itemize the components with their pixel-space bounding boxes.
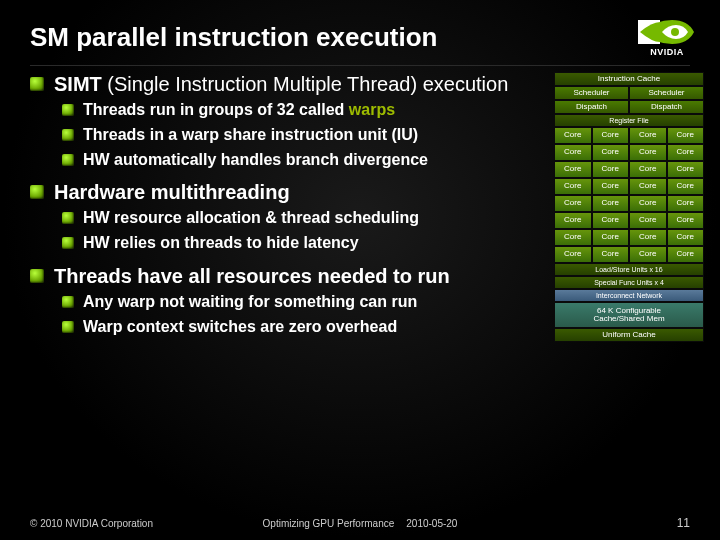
diagram-row: CoreCoreCoreCore (554, 229, 704, 246)
diagram-cell: Core (629, 127, 667, 144)
diagram-cell: Core (667, 195, 705, 212)
bullet-icon (62, 212, 74, 224)
diagram-row: Interconnect Network (554, 289, 704, 302)
diagram-cell: Core (592, 229, 630, 246)
diagram-cell: Core (592, 161, 630, 178)
bullet-text: HW resource allocation & thread scheduli… (83, 208, 419, 229)
diagram-cell: Core (629, 161, 667, 178)
diagram-cell: Scheduler (629, 86, 704, 100)
bullet-level-1: Threads have all resources needed to run (30, 264, 542, 288)
diagram-row: CoreCoreCoreCore (554, 178, 704, 195)
diagram-cell: Core (667, 178, 705, 195)
diagram-cell: Core (629, 178, 667, 195)
bullet-text: HW automatically handles branch divergen… (83, 150, 428, 171)
diagram-row: Instruction Cache (554, 72, 704, 86)
nvidia-eye-icon (638, 18, 696, 46)
bullet-icon (62, 296, 74, 308)
diagram-cell: Scheduler (554, 86, 629, 100)
diagram-row: Special Func Units x 4 (554, 276, 704, 289)
diagram-cell: Core (629, 195, 667, 212)
body: SIMT (Single Instruction Multiple Thread… (0, 72, 720, 348)
diagram-cell: Core (667, 127, 705, 144)
nvidia-logo: NVIDIA (638, 18, 696, 57)
diagram-cell: Core (554, 246, 592, 263)
diagram-row: CoreCoreCoreCore (554, 161, 704, 178)
bullet-text: HW relies on threads to hide latency (83, 233, 359, 254)
bullet-icon (62, 104, 74, 116)
diagram-cell: Interconnect Network (554, 289, 704, 302)
diagram-cell: Register File (554, 114, 704, 127)
diagram-cell: Uniform Cache (554, 328, 704, 342)
diagram-cell: Instruction Cache (554, 72, 704, 86)
svg-point-0 (671, 28, 679, 36)
diagram-row: CoreCoreCoreCore (554, 127, 704, 144)
slide-title: SM parallel instruction execution (30, 22, 437, 53)
bullet-level-2: HW relies on threads to hide latency (62, 233, 542, 254)
diagram-cell: Core (667, 229, 705, 246)
diagram-cell: 64 K Configurable Cache/Shared Mem (554, 302, 704, 328)
footer: © 2010 NVIDIA Corporation Optimizing GPU… (0, 516, 720, 530)
diagram-cell: Core (592, 127, 630, 144)
bullet-icon (62, 237, 74, 249)
diagram-row: DispatchDispatch (554, 100, 704, 114)
bullet-level-2: Threads in a warp share instruction unit… (62, 125, 542, 146)
bullet-level-1: SIMT (Single Instruction Multiple Thread… (30, 72, 542, 96)
diagram-cell: Load/Store Units x 16 (554, 263, 704, 276)
bullet-text: SIMT (Single Instruction Multiple Thread… (54, 72, 508, 96)
diagram-cell: Dispatch (554, 100, 629, 114)
diagram-cell: Core (667, 144, 705, 161)
bullet-level-2: HW resource allocation & thread scheduli… (62, 208, 542, 229)
diagram-row: Load/Store Units x 16 (554, 263, 704, 276)
bullet-level-2: Threads run in groups of 32 called warps (62, 100, 542, 121)
diagram-cell: Core (554, 212, 592, 229)
diagram-row: Uniform Cache (554, 328, 704, 342)
diagram-row: 64 K Configurable Cache/Shared Mem (554, 302, 704, 328)
bullet-text: Warp context switches are zero overhead (83, 317, 397, 338)
bullet-level-2: Any warp not waiting for something can r… (62, 292, 542, 313)
diagram-cell: Core (592, 212, 630, 229)
diagram-cell: Core (667, 212, 705, 229)
bullet-icon (30, 269, 44, 283)
bullet-icon (62, 129, 74, 141)
bullet-icon (30, 77, 44, 91)
bullet-level-2: Warp context switches are zero overhead (62, 317, 542, 338)
bullet-text: Hardware multithreading (54, 180, 290, 204)
diagram-cell: Core (554, 178, 592, 195)
footer-title: Optimizing GPU Performance (263, 518, 395, 529)
diagram-cell: Core (667, 161, 705, 178)
diagram-cell: Core (554, 161, 592, 178)
divider (30, 65, 690, 66)
header: SM parallel instruction execution NVIDIA (0, 0, 720, 65)
diagram-cell: Core (629, 212, 667, 229)
diagram-cell: Core (629, 144, 667, 161)
diagram-row: CoreCoreCoreCore (554, 246, 704, 263)
diagram-cell: Core (592, 144, 630, 161)
diagram-row: SchedulerScheduler (554, 86, 704, 100)
bullet-text: Threads in a warp share instruction unit… (83, 125, 418, 146)
bullet-text: Any warp not waiting for something can r… (83, 292, 417, 313)
diagram-row: Register File (554, 114, 704, 127)
diagram-row: CoreCoreCoreCore (554, 144, 704, 161)
diagram-cell: Core (667, 246, 705, 263)
diagram-cell: Core (554, 195, 592, 212)
content-column: SIMT (Single Instruction Multiple Thread… (30, 72, 554, 348)
diagram-cell: Core (554, 229, 592, 246)
bullet-icon (62, 154, 74, 166)
diagram-row: CoreCoreCoreCore (554, 195, 704, 212)
diagram-cell: Special Func Units x 4 (554, 276, 704, 289)
copyright: © 2010 NVIDIA Corporation (30, 518, 153, 529)
diagram-cell: Core (554, 144, 592, 161)
bullet-level-1: Hardware multithreading (30, 180, 542, 204)
page-number: 11 (677, 516, 690, 530)
sm-diagram: Instruction CacheSchedulerSchedulerDispa… (554, 72, 704, 348)
slide: SM parallel instruction execution NVIDIA… (0, 0, 720, 540)
bullet-text: Threads run in groups of 32 called warps (83, 100, 395, 121)
diagram-cell: Core (629, 229, 667, 246)
diagram-cell: Core (592, 195, 630, 212)
bullet-text: Threads have all resources needed to run (54, 264, 450, 288)
diagram-cell: Core (554, 127, 592, 144)
bullet-icon (62, 321, 74, 333)
bullet-icon (30, 185, 44, 199)
diagram-cell: Dispatch (629, 100, 704, 114)
diagram-row: CoreCoreCoreCore (554, 212, 704, 229)
